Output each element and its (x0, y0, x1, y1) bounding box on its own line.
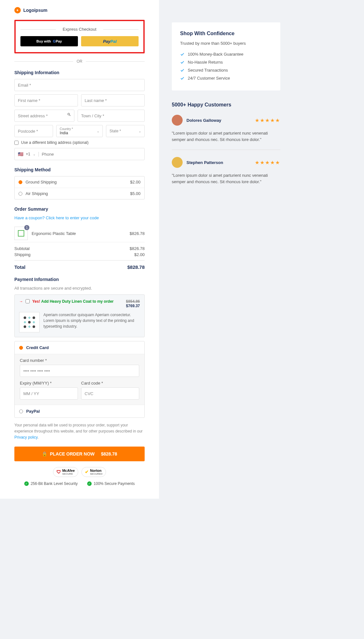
payment-subtitle: All transactions are secure and encrypte… (14, 286, 145, 291)
logo: Logoipsum (14, 7, 145, 13)
mcafee-badge: 🛡McAfeeSECURE (53, 467, 78, 477)
reviews-heading: 5000+ Happy Customers (172, 102, 280, 108)
check-icon (180, 68, 185, 73)
gpay-button[interactable]: Buy with GPay (20, 36, 78, 46)
privacy-text: Your personal data will be used to proce… (14, 422, 145, 441)
first-name-field[interactable] (14, 94, 78, 106)
norton-badge: ✔NortonSECURED (81, 467, 106, 477)
card-number-label: Card number * (20, 358, 139, 363)
subtotal-label: Subtotal (14, 246, 30, 251)
phone-input[interactable] (42, 152, 141, 157)
trust-badges: 🛡McAfeeSECURE ✔NortonSECURED (14, 467, 145, 477)
shipping-label: Shipping (14, 252, 31, 257)
upsell-add: Add Heavy Duty Linen Coat to my order (41, 299, 114, 304)
city-field[interactable] (78, 110, 145, 122)
upsell-desc: Aperiam consecttur quisquam Aperiam cons… (43, 312, 140, 332)
stars-icon: ★★★★★ (255, 160, 280, 166)
confidence-card: Shop With Confidence Trusted by more tha… (172, 22, 280, 90)
postcode-field[interactable] (14, 125, 53, 137)
paypal-button[interactable]: PayPal (81, 36, 139, 46)
ground-label: Ground Shipping (26, 180, 57, 184)
upsell-image (19, 312, 40, 332)
country-select[interactable]: Country * India ⌄ (56, 125, 103, 137)
security-row: ✓256-Bit Bank Level Security ✓100% Secur… (14, 481, 145, 486)
chevron-down-icon: ⌄ (139, 129, 141, 133)
check-icon (180, 52, 185, 57)
ground-price: $2.00 (130, 180, 140, 184)
privacy-link[interactable]: Privacy policy (14, 435, 37, 440)
express-checkout-box: Express Checkout Buy with GPay PayPal (14, 20, 145, 53)
search-icon: 🔍︎ (67, 112, 71, 117)
avatar (172, 115, 183, 126)
total-value: $828.78 (127, 264, 145, 270)
email-field[interactable] (14, 79, 145, 91)
place-order-amount: $828.78 (101, 451, 117, 456)
gpay-pre: Buy with (36, 39, 51, 43)
radio-on-icon (19, 180, 22, 184)
address-field[interactable] (14, 110, 74, 122)
reviewer-name: Stephen Patterson (186, 160, 251, 165)
last-name-field[interactable] (81, 94, 145, 106)
ground-shipping-option[interactable]: Ground Shipping $2.00 (15, 176, 144, 188)
confidence-item: Secured Transactions (180, 66, 272, 74)
logo-text: Logoipsum (23, 8, 47, 13)
review-text: "Lorem ipsum dolor si amet parturient nu… (172, 172, 280, 185)
product-price: $826.78 (130, 231, 145, 236)
place-order-button[interactable]: 🔒 PLACE ORDER NOW $828.78 (14, 447, 145, 461)
state-select[interactable]: State * ⌄ (106, 125, 145, 137)
total-label: Total (14, 264, 26, 270)
coupon-link[interactable]: Have a coupon? Click here to enter your … (14, 215, 145, 220)
credit-card-option[interactable]: Credit Card (15, 341, 144, 354)
country-label: Country * (60, 127, 99, 131)
arrow-icon: → (19, 299, 23, 304)
qty-badge: 1 (24, 225, 29, 230)
country-value: India (60, 131, 99, 135)
air-label: Air Shipping (26, 191, 48, 196)
radio-off-icon (19, 409, 23, 413)
check-icon (180, 76, 185, 81)
payment-heading: Payment Information (14, 277, 145, 282)
sec-text-1: 256-Bit Bank Level Security (31, 481, 78, 486)
flag-icon: 🇺🇸 (18, 152, 23, 157)
paypal-logo: PayPal (103, 39, 117, 44)
confidence-item: No-Hassle Returns (180, 58, 272, 66)
confidence-item: 24/7 Customer Service (180, 74, 272, 82)
billing-label: Use a different billing address (optiona… (21, 140, 88, 145)
shipping-value: $2.00 (134, 252, 145, 257)
subtotal-value: $826.78 (130, 246, 145, 251)
confidence-heading: Shop With Confidence (180, 31, 272, 36)
product-name: Ergonomic Plastic Table (32, 231, 76, 236)
logo-icon (14, 7, 21, 13)
shipping-method-group: Ground Shipping $2.00 Air Shipping $5.00 (14, 176, 145, 199)
radio-on-icon (19, 346, 23, 350)
expiry-label: Expiry (MM/YY) * (20, 381, 78, 386)
chevron-down-icon: ⌄ (33, 152, 35, 156)
paypal-option[interactable]: PayPal (15, 405, 144, 417)
cc-label: Credit Card (26, 345, 49, 350)
expiry-field[interactable] (20, 387, 78, 400)
order-summary-heading: Order Summary (14, 207, 145, 212)
express-heading: Express Checkout (20, 27, 139, 32)
air-shipping-option[interactable]: Air Shipping $5.00 (15, 188, 144, 199)
check-icon: ✓ (24, 481, 29, 486)
review: Dolores Galloway★★★★★"Lorem ipsum dolor … (172, 115, 280, 150)
shipping-method-heading: Shipping Method (14, 167, 145, 172)
upsell-box: → Yes! Add Heavy Duty Linen Coat to my o… (14, 294, 145, 337)
reviews-box: 5000+ Happy Customers Dolores Galloway★★… (172, 102, 280, 192)
lock-icon: 🔒 (42, 451, 47, 456)
billing-checkbox[interactable]: Use a different billing address (optiona… (14, 140, 145, 145)
or-divider: OR (14, 59, 145, 64)
upsell-checkbox[interactable] (26, 299, 30, 303)
cvc-label: Card code * (81, 381, 139, 386)
upsell-new-price: $769.37 (126, 304, 140, 308)
phone-field[interactable]: 🇺🇸 +1 ⌄ | (14, 148, 145, 160)
upsell-yes: Yes! (32, 299, 40, 304)
dial-code[interactable]: +1 (26, 152, 30, 156)
cvc-field[interactable] (81, 387, 139, 400)
billing-check-input[interactable] (14, 141, 19, 145)
state-placeholder: State * (110, 129, 141, 133)
stars-icon: ★★★★★ (255, 117, 280, 123)
upsell-old-price: $854.86 (126, 299, 140, 304)
card-number-field[interactable] (20, 365, 139, 377)
check-icon: ✓ (87, 481, 92, 486)
